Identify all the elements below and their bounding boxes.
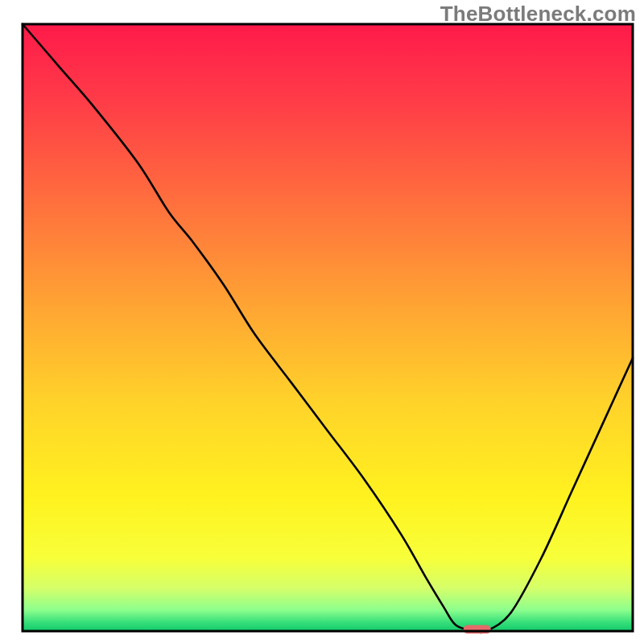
chart-container: TheBottleneck.com bbox=[0, 0, 644, 644]
watermark-text: TheBottleneck.com bbox=[440, 2, 636, 27]
chart-background bbox=[23, 24, 633, 631]
chart-svg bbox=[0, 0, 644, 644]
